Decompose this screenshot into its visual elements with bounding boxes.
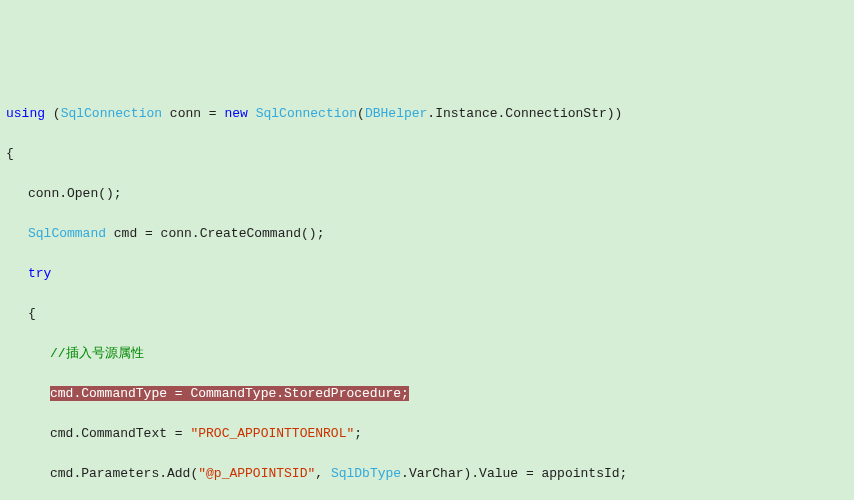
code-line: { <box>6 144 848 164</box>
type: SqlCommand <box>28 226 106 241</box>
highlighted-line: cmd.CommandType = CommandType.StoredProc… <box>6 384 848 404</box>
type: SqlConnection <box>256 106 357 121</box>
type: DBHelper <box>365 106 427 121</box>
text: , <box>315 466 331 481</box>
text: ( <box>53 106 61 121</box>
highlight-text: cmd.CommandType = CommandType.StoredProc… <box>50 386 409 401</box>
code-line: cmd.Parameters.Add("@p_APPOINTSID", SqlD… <box>6 464 848 484</box>
code-line: using (SqlConnection conn = new SqlConne… <box>6 104 848 124</box>
code-line: conn.Open(); <box>6 184 848 204</box>
text: cmd.CommandText = <box>50 426 190 441</box>
code-block: using (SqlConnection conn = new SqlConne… <box>6 84 848 500</box>
code-line: SqlCommand cmd = conn.CreateCommand(); <box>6 224 848 244</box>
type: SqlDbType <box>331 466 401 481</box>
text: ( <box>357 106 365 121</box>
text: conn = <box>162 106 224 121</box>
text: .VarChar).Value = appointsId; <box>401 466 627 481</box>
code-line: try <box>6 264 848 284</box>
comment-line: //插入号源属性 <box>6 344 848 364</box>
text: ; <box>354 426 362 441</box>
string: "PROC_APPOINTTOENROL" <box>190 426 354 441</box>
text: cmd = conn.CreateCommand(); <box>106 226 324 241</box>
code-line: cmd.CommandText = "PROC_APPOINTTOENROL"; <box>6 424 848 444</box>
string: "@p_APPOINTSID" <box>198 466 315 481</box>
type: SqlConnection <box>61 106 162 121</box>
text: .Instance.ConnectionStr)) <box>427 106 622 121</box>
code-line: { <box>6 304 848 324</box>
keyword-new: new <box>224 106 255 121</box>
keyword-using: using <box>6 106 53 121</box>
text: cmd.Parameters.Add( <box>50 466 198 481</box>
